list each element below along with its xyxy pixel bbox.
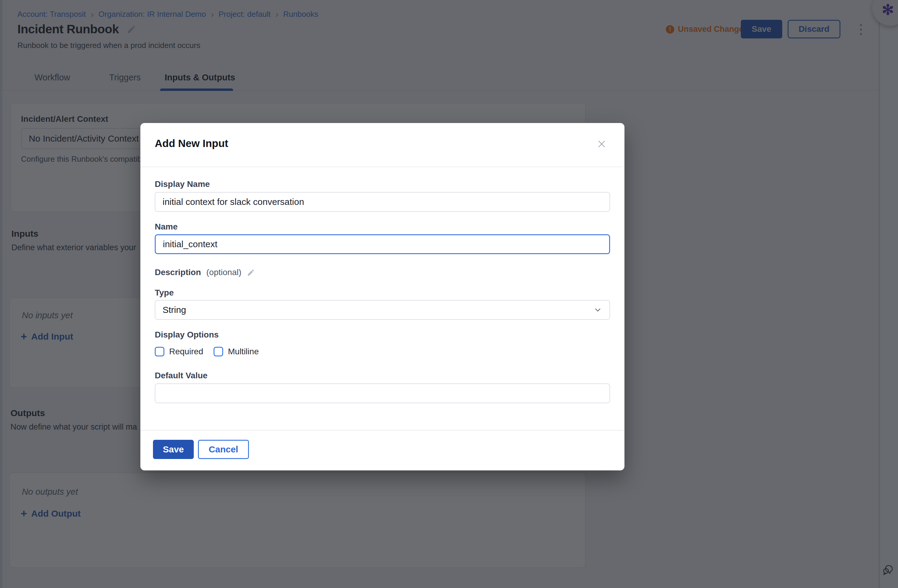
required-checkbox-label: Required <box>169 347 203 356</box>
chevron-down-icon <box>595 308 601 312</box>
name-label: Name <box>155 222 178 232</box>
modal-cancel-button[interactable]: Cancel <box>198 440 249 459</box>
description-label-text: Description <box>155 268 201 277</box>
default-value-field[interactable] <box>155 383 610 403</box>
display-options-label: Display Options <box>155 330 218 340</box>
screen: Account: Transposit › Organization: IR I… <box>0 0 898 588</box>
default-value-label: Default Value <box>155 371 208 380</box>
type-select[interactable]: String <box>155 300 610 320</box>
close-icon[interactable] <box>595 137 608 151</box>
multiline-checkbox-label: Multiline <box>228 347 259 356</box>
display-name-label: Display Name <box>155 179 210 189</box>
type-label: Type <box>155 288 174 298</box>
modal-title: Add New Input <box>155 137 228 149</box>
modal-header-divider <box>140 166 624 167</box>
description-label: Description (optional) <box>155 268 255 277</box>
multiline-checkbox[interactable] <box>214 347 223 356</box>
required-checkbox[interactable] <box>155 347 165 356</box>
modal-footer-divider <box>140 430 624 431</box>
display-name-field[interactable] <box>155 192 610 212</box>
name-field[interactable] <box>155 234 610 254</box>
modal-save-button[interactable]: Save <box>153 440 194 459</box>
description-optional-text: (optional) <box>206 268 241 277</box>
edit-description-pencil-icon[interactable] <box>247 268 255 277</box>
type-select-value: String <box>163 305 186 315</box>
add-new-input-modal: Add New Input Display Name Name Descript… <box>140 123 624 470</box>
